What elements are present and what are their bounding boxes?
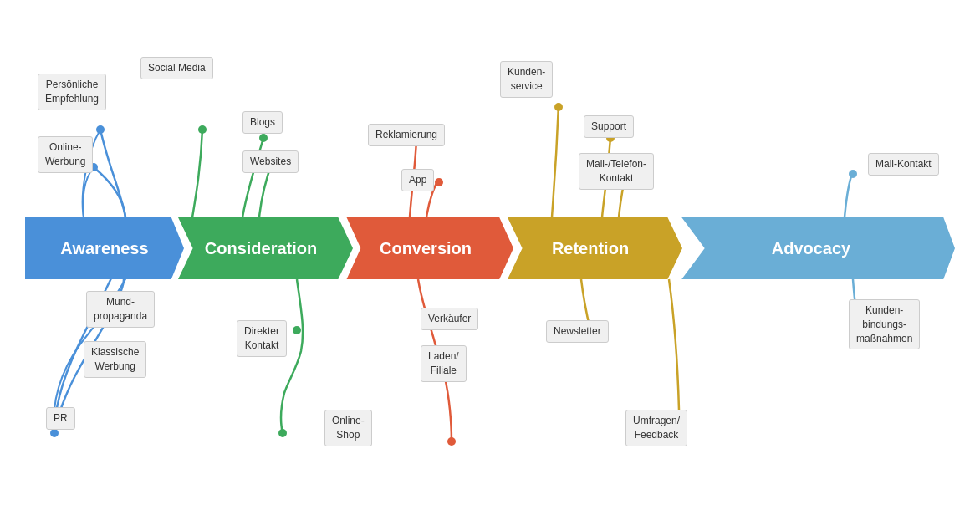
label-websites: Websites <box>242 150 299 173</box>
label-verkaeufer: Verkäufer <box>421 308 478 330</box>
svg-point-6 <box>198 125 207 134</box>
stage-advocacy: Advocacy <box>667 217 955 279</box>
label-blogs: Blogs <box>242 111 283 134</box>
svg-point-21 <box>849 170 857 178</box>
svg-point-12 <box>435 178 443 186</box>
label-kundenservice: Kunden-service <box>500 61 553 98</box>
label-online-werbung: Online-Werbung <box>38 136 93 173</box>
stage-awareness-label: Awareness <box>60 239 148 258</box>
label-persoenliche-empfehlung: PersönlicheEmpfehlung <box>38 74 106 110</box>
stage-retention-label: Retention <box>552 239 629 258</box>
label-klassische-werbung: KlassischeWerbung <box>84 341 146 378</box>
label-social-media: Social Media <box>140 57 213 79</box>
svg-point-16 <box>554 103 563 111</box>
stages-bar: Awareness Consideration Conversion Reten… <box>25 217 955 279</box>
label-umfragen: Umfragen/Feedback <box>625 410 687 446</box>
svg-point-7 <box>259 134 268 142</box>
label-app: App <box>401 169 434 191</box>
svg-point-15 <box>447 437 456 446</box>
label-mail-telefon: Mail-/Telefon-Kontakt <box>579 153 654 190</box>
stage-retention: Retention <box>498 217 682 279</box>
label-direkter-kontakt: DirekterKontakt <box>237 320 287 357</box>
label-laden-filiale: Laden/Filiale <box>421 345 467 382</box>
label-support: Support <box>584 115 634 138</box>
svg-point-10 <box>278 429 287 437</box>
stage-consideration: Consideration <box>169 217 353 279</box>
svg-point-9 <box>293 326 301 334</box>
stage-advocacy-label: Advocacy <box>772 239 851 258</box>
label-newsletter: Newsletter <box>546 320 609 343</box>
canvas: Awareness Consideration Conversion Reten… <box>0 0 980 515</box>
label-mail-kontakt: Mail-Kontakt <box>868 153 939 176</box>
label-mundpropaganda: Mund-propaganda <box>86 291 155 328</box>
stage-conversion-label: Conversion <box>380 239 472 258</box>
label-reklamierung: Reklamierung <box>368 124 445 146</box>
stage-awareness: Awareness <box>25 217 184 279</box>
stage-conversion: Conversion <box>338 217 513 279</box>
svg-point-3 <box>50 429 59 437</box>
label-online-shop: Online-Shop <box>324 410 372 446</box>
label-pr: PR <box>46 407 75 430</box>
stage-consideration-label: Consideration <box>205 239 317 258</box>
label-kundenbindung: Kunden-bindungs-maßnahmen <box>849 299 920 349</box>
